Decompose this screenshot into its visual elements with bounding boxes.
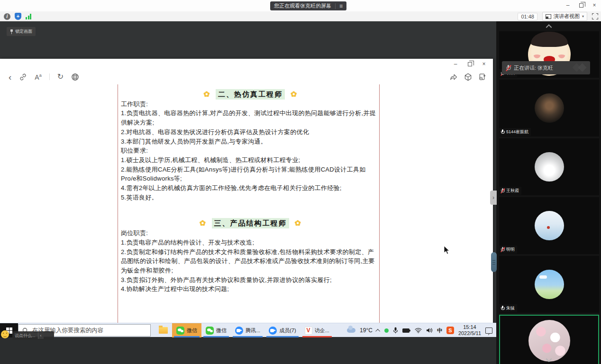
taskbar-clock[interactable]: 15:14 2022/5/11 (458, 324, 481, 337)
lock-view-tooltip[interactable]: 锁定画面 (7, 27, 36, 36)
meeting-duration: 01:48 (518, 13, 537, 20)
export-page-icon[interactable] (478, 73, 486, 81)
speaking-toast-text: 正在讲话: 张克旺 (514, 64, 553, 72)
shared-screen-area: 锁定画面 – × ‹ Aa ↻ (0, 21, 496, 364)
mic-icon (501, 129, 505, 135)
app-active-underline (174, 336, 200, 337)
clock-time: 15:14 (458, 324, 481, 330)
weather-temp[interactable]: 19°C (360, 327, 373, 334)
network-signal-icon[interactable] (26, 13, 31, 19)
cube-icon[interactable] (464, 73, 472, 81)
chat-collapse-button[interactable]: ‹ (38, 332, 44, 339)
window-close-button[interactable]: × (588, 1, 601, 9)
view-mode-button[interactable]: 演讲者视图 ▾ (542, 12, 587, 21)
link-icon[interactable] (19, 73, 27, 81)
security-shield-icon[interactable]: + (15, 13, 21, 20)
wifi-icon[interactable] (415, 328, 422, 333)
restore-icon (468, 62, 472, 66)
tencent-meeting-icon (235, 327, 243, 335)
folder-icon (159, 327, 168, 334)
taskbar-app-wechat-2[interactable]: 微信 (201, 323, 231, 337)
view-mode-label: 演讲者视图 (554, 13, 580, 20)
ime-language-icon[interactable]: 中 (437, 327, 442, 334)
document-titlebar[interactable]: – × (0, 59, 493, 69)
speaker-icon[interactable] (426, 328, 433, 333)
banner-divider (335, 3, 336, 9)
doc-restore-button[interactable] (463, 60, 477, 68)
participant-name-badge: 5144崔振航 (499, 128, 531, 136)
battery-icon[interactable] (402, 328, 410, 333)
speaker-view-icon (546, 14, 551, 19)
back-icon[interactable]: ‹ (9, 73, 11, 82)
scrollbar-thumb[interactable] (491, 252, 497, 272)
emoji-smiley-icon[interactable] (1, 330, 9, 338)
watching-banner[interactable]: 您正在观看张克旺的屏幕 ≡ (270, 1, 346, 10)
app-label: 微信 (187, 327, 197, 334)
participant-name-badge: 王秋霞 (499, 187, 521, 195)
taskbar-app-wechat-1[interactable]: 微信 (172, 323, 201, 337)
doc-line: 3.本部门其他研发人员协同开发新产品,与专家沟通。 (121, 137, 380, 146)
window-restore-button[interactable] (574, 1, 588, 9)
document-toolbar: ‹ Aa ↻ (0, 69, 493, 84)
mic-muted-icon (501, 247, 505, 252)
sogou-input-icon[interactable]: S (446, 327, 454, 334)
doc-line: 2.负责制定和修订结构件产品的技术文件和质量验收标准,包括物料采购技术要求的制定… (121, 247, 380, 275)
doc-line: 3.负责拟订外购、外协产品有关技术协议和质量协议,并跟进协议的落实履行; (121, 275, 380, 285)
share-letterbox (0, 337, 496, 364)
window-minimize-button[interactable]: – (561, 1, 574, 9)
meeting-window: 锁定画面 – × ‹ Aa ↻ (0, 0, 601, 364)
page-left-guide (118, 84, 118, 323)
doc-label: 工作职责: (121, 100, 380, 109)
wps-icon: V (305, 327, 312, 335)
app-label: 腾讯... (246, 327, 260, 334)
meeting-chat-bar[interactable]: 说点什么... ‹ (12, 331, 54, 340)
doc-label: 岗位职责: (121, 228, 380, 238)
document-window: – × ‹ Aa ↻ (0, 59, 493, 323)
sidebar-collapse-tab[interactable]: › (490, 191, 497, 205)
doc-line: 2.对电抗器、电容器发热状况进行分析仿真评估及热设计方案的优化 (121, 127, 380, 137)
lock-view-label: 锁定画面 (15, 28, 32, 35)
flower-icon: ✿ (295, 218, 301, 228)
action-center-icon[interactable] (485, 328, 492, 334)
wechat-tray-icon[interactable] (384, 328, 389, 333)
banner-menu-icon[interactable]: ≡ (339, 3, 343, 9)
chevron-up-icon[interactable] (546, 24, 552, 30)
section-title-text: 三、产品结构工程师 (212, 218, 289, 228)
windows-taskbar: 微信 微信 腾讯... 成员(7) (0, 323, 496, 337)
speaking-toast: 正在讲话: 张克旺 (502, 61, 590, 74)
restore-icon (579, 3, 583, 8)
flower-icon: ✿ (203, 90, 210, 99)
participant-tile[interactable]: 明明 (499, 197, 599, 254)
participant-name-badge: 明明 (499, 246, 517, 254)
app-label: 成员(7) (279, 327, 296, 334)
avatar (535, 270, 564, 299)
app-active-underline (266, 336, 298, 337)
doc-minimize-button[interactable]: – (448, 60, 463, 68)
globe-icon[interactable] (71, 73, 79, 81)
taskbar-file-explorer[interactable] (155, 323, 172, 337)
doc-close-button[interactable]: × (477, 60, 491, 68)
document-page[interactable]: ✿ 二、热仿真工程师 ✿ 工作职责: 1.负责电抗器、电容器热的计算,对产品的开… (0, 84, 493, 323)
participant-tile[interactable]: 朱猛 (499, 256, 599, 313)
fullscreen-icon[interactable] (592, 13, 598, 19)
pin-icon (10, 29, 13, 34)
participant-tile[interactable]: 王秋霞 (499, 138, 599, 195)
taskbar-app-wps[interactable]: V 访企... (300, 323, 334, 337)
microphone-tray-icon[interactable] (393, 327, 398, 334)
participant-name: 朱猛 (506, 305, 515, 311)
meeting-info-icon[interactable]: i (4, 13, 10, 20)
taskbar-app-members[interactable]: 成员(7) (264, 323, 300, 337)
section-title: ✿ 三、产品结构工程师 ✿ (121, 218, 380, 228)
section-title: ✿ 二、热仿真工程师 ✿ (121, 89, 380, 100)
chat-placeholder[interactable]: 说点什么... (15, 333, 36, 339)
tray-expand-icon[interactable] (375, 328, 380, 333)
taskbar-app-tencent-meeting[interactable]: 腾讯... (231, 323, 264, 337)
participant-tile[interactable]: 5144崔振航 (499, 80, 599, 136)
share-icon[interactable] (449, 73, 458, 81)
doc-line: 2.能熟练使用CAE分析工具(如Ansys等)进行仿真分析与计算;能熟练使用CA… (121, 165, 380, 183)
mic-muted-icon (506, 64, 511, 71)
font-size-icon[interactable]: Aa (35, 73, 41, 81)
avatar (528, 320, 570, 362)
refresh-icon[interactable]: ↻ (57, 73, 64, 81)
weather-cloud-icon[interactable] (347, 328, 355, 333)
